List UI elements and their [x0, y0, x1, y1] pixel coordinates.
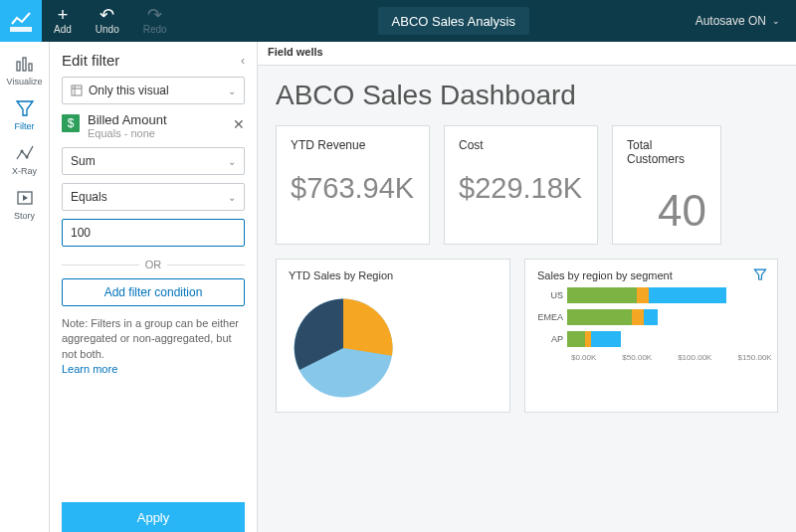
axis-tick: $100.00K [678, 353, 711, 362]
top-toolbar: + Add ↶ Undo ↷ Redo ABCO Sales Analysis … [0, 0, 796, 42]
redo-button: ↷ Redo [131, 0, 179, 42]
svg-marker-8 [23, 195, 28, 201]
back-chevron-icon[interactable]: ‹ [241, 54, 245, 68]
kpi-card-cost[interactable]: Cost $229.18K [444, 125, 598, 245]
undo-label: Undo [96, 24, 119, 35]
redo-icon: ↷ [147, 8, 162, 22]
chevron-down-icon: ⌄ [228, 192, 236, 203]
kpi-value: $763.94K [291, 172, 415, 205]
add-label: Add [54, 24, 72, 35]
apply-button[interactable]: Apply [62, 502, 245, 532]
bar-label: US [537, 290, 567, 300]
aggregation-select[interactable]: Sum ⌄ [62, 147, 245, 175]
stacked-bar-chart: US EMEA AP $0.00K $50.00K $100.00K $150.… [537, 287, 765, 362]
bar-label: AP [537, 334, 567, 344]
chevron-down-icon: ⌄ [772, 16, 780, 26]
comparator-select[interactable]: Equals ⌄ [62, 183, 245, 211]
panel-title: Edit filter [62, 52, 119, 69]
app-logo[interactable] [0, 0, 42, 42]
redo-label: Redo [143, 24, 167, 35]
dashboard-title: ABCO Sales Dashboard [276, 80, 778, 111]
filter-value-input[interactable] [62, 219, 245, 247]
rail-story-label: Story [14, 211, 35, 221]
rail-filter[interactable]: Filter [0, 92, 49, 137]
chart-title: YTD Sales by Region [289, 269, 498, 281]
aggregation-value: Sum [71, 154, 96, 168]
or-divider: OR [62, 259, 245, 270]
chevron-down-icon: ⌄ [228, 86, 236, 96]
plus-icon: + [58, 8, 69, 22]
autosave-toggle[interactable]: Autosave ON ⌄ [696, 14, 780, 28]
rail-visualize-label: Visualize [7, 77, 43, 87]
svg-point-5 [20, 150, 23, 153]
xray-icon [15, 143, 35, 163]
funnel-icon [15, 98, 35, 118]
pie-chart-icon [289, 293, 398, 403]
kpi-label: Cost [459, 138, 583, 152]
svg-point-6 [25, 156, 28, 159]
chart-ytd-sales-region[interactable]: YTD Sales by Region [276, 259, 510, 413]
kpi-card-revenue[interactable]: YTD Revenue $763.94K [276, 125, 430, 245]
undo-button[interactable]: ↶ Undo [84, 0, 131, 42]
rail-xray[interactable]: X-Ray [0, 137, 49, 182]
svg-rect-3 [23, 58, 26, 71]
rail-visualize[interactable]: Visualize [0, 48, 49, 92]
scope-label: Only this visual [89, 84, 169, 97]
funnel-icon[interactable] [753, 267, 767, 281]
left-rail: Visualize Filter X-Ray Story [0, 42, 50, 532]
filter-panel: Edit filter ‹ Only this visual ⌄ $ Bille… [50, 42, 258, 532]
undo-icon: ↶ [100, 8, 114, 22]
rail-xray-label: X-Ray [12, 166, 37, 176]
chart-title: Sales by region by segment [537, 269, 765, 281]
rail-filter-label: Filter [15, 121, 35, 131]
svg-rect-9 [72, 86, 82, 95]
or-label: OR [145, 259, 162, 270]
chart-sales-region-segment[interactable]: Sales by region by segment US EMEA AP $0… [524, 259, 778, 413]
kpi-value: $229.18K [459, 172, 583, 205]
filter-note: Note: Filters in a group can be either a… [62, 316, 245, 378]
story-icon [15, 188, 35, 208]
svg-rect-2 [17, 62, 20, 71]
close-icon[interactable]: ✕ [233, 116, 245, 132]
svg-rect-4 [29, 64, 32, 71]
axis-tick: $0.00K [571, 353, 596, 362]
bar-chart-icon [15, 54, 35, 74]
filter-field-sub: Equals - none [88, 127, 167, 139]
filter-field-name: Billed Amount [88, 112, 167, 127]
filter-field-row: $ Billed Amount Equals - none ✕ [62, 112, 245, 139]
filter-scope-select[interactable]: Only this visual ⌄ [62, 77, 245, 104]
field-wells-bar[interactable]: Field wells [258, 42, 796, 66]
kpi-card-customers[interactable]: Total Customers 40 [612, 125, 721, 245]
note-text: Note: Filters in a group can be either a… [62, 317, 239, 360]
comparator-value: Equals [71, 190, 107, 204]
add-button[interactable]: + Add [42, 0, 84, 42]
learn-more-link[interactable]: Learn more [62, 363, 117, 375]
svg-rect-1 [10, 27, 32, 32]
axis-tick: $150.00K [737, 353, 771, 362]
add-filter-condition-button[interactable]: Add filter condition [62, 278, 245, 306]
bar-label: EMEA [537, 312, 567, 322]
rail-story[interactable]: Story [0, 182, 49, 227]
analysis-title[interactable]: ABCO Sales Analysis [378, 7, 529, 35]
autosave-label: Autosave ON [696, 14, 766, 28]
kpi-label: Total Customers [627, 138, 706, 166]
sheet-icon [71, 85, 83, 96]
chevron-down-icon: ⌄ [228, 156, 236, 167]
axis-tick: $50.00K [622, 353, 652, 362]
dollar-icon: $ [62, 114, 80, 132]
kpi-label: YTD Revenue [291, 138, 415, 152]
kpi-value: 40 [627, 186, 706, 236]
dashboard-area: Field wells ABCO Sales Dashboard YTD Rev… [258, 42, 796, 532]
